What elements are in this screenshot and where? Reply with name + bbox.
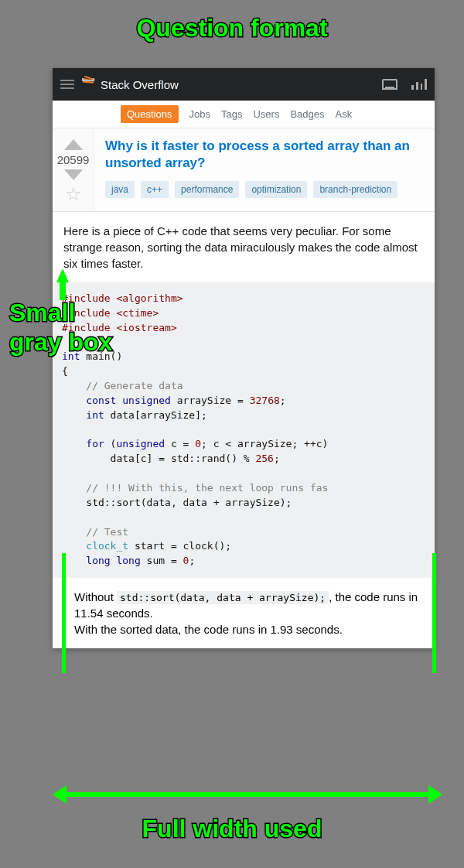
code-block: #include <algorithm> #include <ctime> #i… — [53, 282, 435, 578]
width-arrow-right-head — [428, 785, 442, 804]
upvote-icon[interactable] — [64, 139, 83, 150]
downvote-icon[interactable] — [64, 169, 83, 180]
nav-users[interactable]: Users — [253, 108, 279, 120]
tag-cpp[interactable]: c++ — [141, 181, 169, 198]
question-title[interactable]: Why is it faster to process a sorted arr… — [105, 138, 424, 172]
vote-column: 20599 ☆ — [53, 128, 94, 211]
tag-branch-prediction[interactable]: branch-prediction — [313, 181, 397, 198]
result-item-1: Without std::sort(data, data + arraySize… — [74, 589, 424, 621]
tag-java[interactable]: java — [105, 181, 135, 198]
nav-questions[interactable]: Questions — [121, 105, 179, 123]
width-arrow-bar — [66, 792, 429, 797]
achievements-icon[interactable] — [411, 79, 427, 90]
left-margin-marker — [62, 553, 66, 673]
navbar: Questions Jobs Tags Users Badges Ask — [53, 101, 435, 128]
site-logo[interactable]: Stack Overflow — [82, 77, 179, 92]
annotation-top: Question format — [0, 14, 464, 43]
small-arrow-tail — [60, 281, 66, 300]
site-name: Stack Overflow — [101, 78, 179, 91]
nav-jobs[interactable]: Jobs — [189, 108, 210, 120]
tag-list: java c++ performance optimization branch… — [105, 181, 424, 198]
favorite-icon[interactable]: ☆ — [56, 185, 90, 203]
result-list: Without std::sort(data, data + arraySize… — [53, 586, 435, 648]
menu-icon[interactable] — [60, 80, 74, 89]
inbox-icon[interactable] — [382, 79, 397, 90]
nav-badges[interactable]: Badges — [290, 108, 324, 120]
question-header: 20599 ☆ Why is it faster to process a so… — [53, 128, 435, 212]
width-arrow-left-head — [53, 785, 67, 804]
screenshot-frame: Stack Overflow Questions Jobs Tags Users… — [53, 68, 435, 648]
nav-tags[interactable]: Tags — [221, 108, 242, 120]
tag-performance[interactable]: performance — [175, 181, 239, 198]
question-body: Here is a piece of C++ code that seems v… — [53, 212, 435, 578]
inline-code: std::sort(data, data + arraySize); — [117, 591, 329, 604]
right-margin-marker — [432, 553, 436, 673]
topbar: Stack Overflow — [53, 68, 435, 101]
tag-optimization[interactable]: optimization — [245, 181, 307, 198]
annotation-bottom: Full width used — [0, 815, 464, 843]
intro-paragraph: Here is a piece of C++ code that seems v… — [63, 223, 424, 272]
result-item-2: With the sorted data, the code runs in 1… — [74, 621, 424, 637]
nav-ask[interactable]: Ask — [336, 108, 353, 120]
vote-score: 20599 — [56, 153, 90, 166]
question-main: Why is it faster to process a sorted arr… — [94, 128, 435, 211]
